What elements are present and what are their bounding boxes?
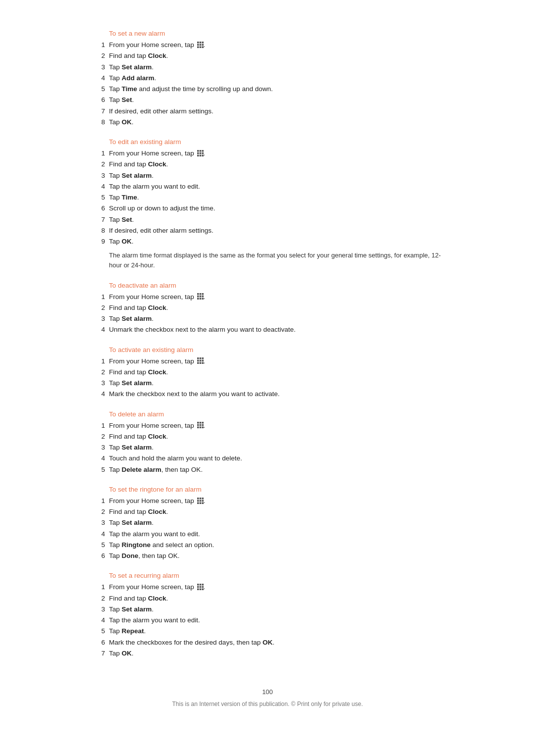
step-text: Find and tap Clock.: [109, 51, 441, 61]
list-item: 4Tap the alarm you want to edit.: [94, 182, 441, 192]
step-number: 5: [94, 626, 109, 636]
svg-rect-17: [202, 154, 204, 156]
list-item: 1From your Home screen, tap .: [94, 356, 441, 366]
svg-rect-38: [202, 422, 204, 424]
step-number: 2: [94, 507, 109, 517]
section-deactivate-alarm: To deactivate an alarm1From your Home sc…: [94, 282, 441, 335]
list-item: 3Tap Set alarm.: [94, 62, 441, 72]
step-text: Tap OK.: [109, 117, 441, 127]
step-text: Find and tap Clock.: [109, 432, 441, 442]
step-number: 3: [94, 443, 109, 453]
step-number: 6: [94, 638, 109, 648]
list-item: 3Tap Set alarm.: [94, 314, 441, 324]
step-number: 2: [94, 594, 109, 604]
svg-rect-48: [197, 500, 199, 502]
svg-rect-60: [197, 589, 199, 591]
svg-rect-52: [199, 502, 201, 504]
list-item: 4Tap Add alarm.: [94, 73, 441, 83]
svg-rect-25: [199, 298, 201, 300]
step-number: 1: [94, 292, 109, 302]
list-item: 3Tap Set alarm.: [94, 171, 441, 181]
step-text: Tap Time.: [109, 193, 441, 202]
list-item: 1From your Home screen, tap .: [94, 149, 441, 158]
svg-rect-58: [199, 586, 201, 588]
section-title-activate-existing-alarm: To activate an existing alarm: [109, 346, 441, 353]
steps-list-set-recurring-alarm: 1From your Home screen, tap .2Find and t…: [94, 582, 441, 658]
step-number: 6: [94, 95, 109, 105]
step-text: Scroll up or down to adjust the time.: [109, 203, 441, 213]
svg-rect-16: [199, 154, 201, 156]
step-text: Tap Set alarm.: [109, 605, 441, 614]
svg-rect-21: [197, 296, 199, 298]
step-text: Find and tap Clock.: [109, 507, 441, 517]
steps-list-deactivate-alarm: 1From your Home screen, tap .2Find and t…: [94, 292, 441, 335]
grid-icon: [197, 293, 204, 300]
section-title-deactivate-alarm: To deactivate an alarm: [109, 282, 441, 289]
svg-rect-47: [202, 498, 204, 500]
step-text: Tap the alarm you want to edit.: [109, 615, 441, 625]
step-number: 4: [94, 529, 109, 539]
page-content: To set a new alarm1From your Home screen…: [94, 0, 441, 747]
svg-rect-9: [197, 150, 199, 152]
step-number: 2: [94, 159, 109, 169]
svg-rect-59: [202, 586, 204, 588]
list-item: 2Find and tap Clock.: [94, 507, 441, 517]
svg-rect-56: [202, 584, 204, 586]
svg-rect-18: [197, 293, 199, 295]
svg-rect-0: [197, 42, 199, 44]
list-item: 7Tap Set.: [94, 215, 441, 225]
step-text: From your Home screen, tap .: [109, 149, 441, 158]
svg-rect-51: [197, 502, 199, 504]
step-text: From your Home screen, tap .: [109, 40, 441, 50]
section-set-ringtone: To set the ringtone for an alarm1From yo…: [94, 486, 441, 561]
step-number: 1: [94, 149, 109, 158]
steps-list-edit-existing-alarm: 1From your Home screen, tap .2Find and t…: [94, 149, 441, 247]
svg-rect-33: [197, 362, 199, 364]
step-number: 2: [94, 303, 109, 313]
list-item: 2Find and tap Clock.: [94, 432, 441, 442]
list-item: 2Find and tap Clock.: [94, 594, 441, 604]
svg-rect-36: [197, 422, 199, 424]
step-number: 7: [94, 649, 109, 658]
step-text: Tap Set alarm.: [109, 171, 441, 181]
svg-rect-13: [199, 152, 201, 154]
step-text: Find and tap Clock.: [109, 159, 441, 169]
svg-rect-19: [199, 293, 201, 295]
step-number: 6: [94, 203, 109, 213]
svg-rect-7: [199, 46, 201, 48]
svg-rect-11: [202, 150, 204, 152]
step-number: 8: [94, 226, 109, 236]
step-number: 1: [94, 582, 109, 592]
step-number: 4: [94, 389, 109, 399]
grid-icon: [197, 422, 204, 428]
svg-rect-5: [202, 44, 204, 46]
step-number: 1: [94, 421, 109, 431]
page-number: 100: [94, 688, 441, 696]
svg-rect-46: [199, 498, 201, 500]
svg-rect-49: [199, 500, 201, 502]
step-text: From your Home screen, tap .: [109, 496, 441, 506]
svg-rect-29: [202, 357, 204, 359]
footer-note: This is an Internet version of this publ…: [94, 701, 441, 707]
list-item: 4Unmark the checkbox next to the alarm y…: [94, 325, 441, 335]
svg-rect-12: [197, 152, 199, 154]
step-number: 4: [94, 615, 109, 625]
step-text: Find and tap Clock.: [109, 594, 441, 604]
svg-rect-22: [199, 296, 201, 298]
list-item: 9Tap OK.: [94, 237, 441, 247]
step-text: Tap OK.: [109, 649, 441, 658]
step-text: Tap OK.: [109, 237, 441, 247]
section-delete-alarm: To delete an alarm1From your Home screen…: [94, 410, 441, 475]
step-text: Touch and hold the alarm you want to del…: [109, 454, 441, 463]
list-item: 1From your Home screen, tap .: [94, 40, 441, 50]
svg-rect-42: [197, 427, 199, 429]
section-title-set-new-alarm: To set a new alarm: [109, 30, 441, 37]
list-item: 3Tap Set alarm.: [94, 518, 441, 528]
list-item: 7Tap OK.: [94, 649, 441, 658]
svg-rect-4: [199, 44, 201, 46]
steps-list-set-ringtone: 1From your Home screen, tap .2Find and t…: [94, 496, 441, 561]
svg-rect-57: [197, 586, 199, 588]
step-number: 4: [94, 182, 109, 192]
list-item: 7If desired, edit other alarm settings.: [94, 106, 441, 116]
svg-rect-20: [202, 293, 204, 295]
